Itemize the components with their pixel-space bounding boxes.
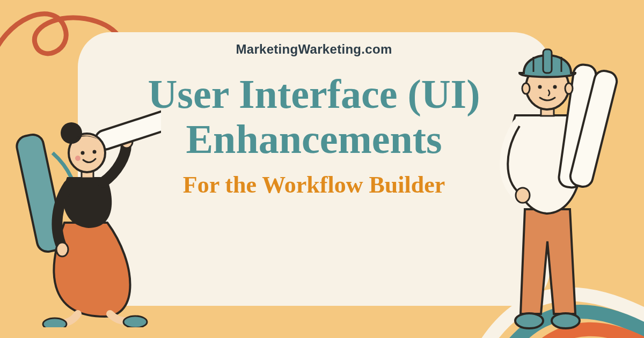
svg-point-26: [552, 313, 580, 328]
svg-rect-0: [15, 133, 66, 254]
svg-point-25: [515, 313, 543, 328]
svg-point-19: [565, 83, 573, 94]
svg-rect-14: [558, 63, 597, 189]
svg-point-24: [553, 85, 557, 89]
svg-point-1: [56, 243, 68, 256]
page-title: User Interface (UI) Enhancements: [148, 72, 480, 161]
svg-rect-15: [568, 69, 619, 189]
page-subtitle: For the Workflow Builder: [183, 171, 445, 199]
svg-point-10: [43, 318, 67, 327]
svg-point-11: [123, 316, 147, 327]
content-card: MarketingWarketing.com User Interface (U…: [78, 32, 550, 306]
site-name: MarketingWarketing.com: [236, 42, 392, 57]
svg-point-13: [587, 91, 601, 106]
